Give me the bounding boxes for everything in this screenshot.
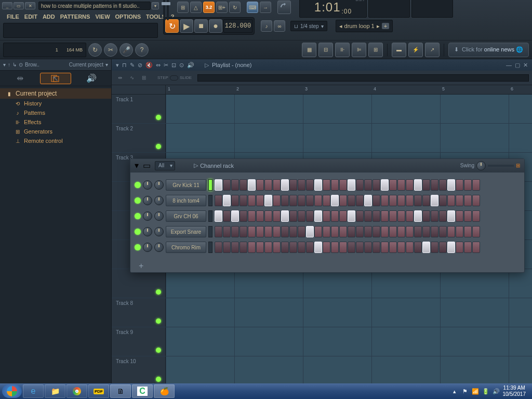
step-button[interactable] <box>348 242 355 253</box>
step-button[interactable] <box>406 179 414 191</box>
step-button[interactable] <box>447 226 455 237</box>
browser-tab-collapse[interactable]: ⇹ <box>4 73 35 84</box>
step-button[interactable] <box>364 226 372 237</box>
step-button[interactable] <box>281 179 289 191</box>
step-edit-button[interactable]: → <box>260 2 271 13</box>
step-button[interactable] <box>306 226 314 237</box>
step-button[interactable] <box>298 226 305 237</box>
step-button[interactable] <box>248 210 256 222</box>
channel-pan-knob[interactable] <box>143 196 152 205</box>
channel-name-button[interactable]: Chromo Rim <box>166 242 206 253</box>
menu-file[interactable]: FILE <box>4 12 22 21</box>
step-button[interactable] <box>256 210 264 222</box>
step-button[interactable] <box>314 179 322 191</box>
menu-options[interactable]: OPTIONS <box>113 12 144 21</box>
channel-select[interactable] <box>208 179 212 191</box>
view-channelrack-button[interactable]: ⊪ <box>335 43 350 57</box>
step-button[interactable] <box>240 242 247 253</box>
step-button[interactable] <box>331 226 339 237</box>
project-title[interactable]: how to create multiple patterns in fl st… <box>38 2 151 10</box>
mic-button[interactable]: 🎤 <box>119 43 133 57</box>
step-button[interactable] <box>464 226 472 237</box>
step-button[interactable] <box>414 210 422 222</box>
maximize-icon[interactable]: ▢ <box>515 62 520 69</box>
play-button[interactable]: ▶ <box>180 19 193 33</box>
overdub-button[interactable]: ⊞+ <box>216 2 228 13</box>
step-button[interactable] <box>422 242 430 253</box>
channel-filter[interactable]: All ▾ <box>155 161 175 170</box>
channel-vol-knob[interactable] <box>154 180 164 190</box>
close-button[interactable]: ✕ <box>25 2 35 9</box>
step-button[interactable] <box>314 195 322 206</box>
tempo-tap-button[interactable]: ↗ <box>425 43 440 57</box>
tree-remote[interactable]: ⊥Remote control <box>0 136 111 145</box>
close-icon[interactable]: ✕ <box>523 62 528 69</box>
step-button[interactable] <box>472 195 480 206</box>
step-button[interactable] <box>240 226 247 237</box>
step-button[interactable] <box>464 195 472 206</box>
typing-keyboard-button[interactable]: ⌨ <box>247 2 258 13</box>
channel-pan-knob[interactable] <box>143 227 152 236</box>
minimize-icon[interactable]: — <box>506 62 512 68</box>
step-button[interactable] <box>248 242 256 253</box>
playback-icon[interactable]: 🔊 <box>187 62 194 69</box>
track-label[interactable]: Track 1 <box>112 95 166 123</box>
step-button[interactable] <box>381 195 389 206</box>
step-button[interactable] <box>339 179 347 191</box>
play-icon[interactable]: ▷ <box>194 162 198 169</box>
step-button[interactable] <box>323 242 330 253</box>
track-mute-led[interactable] <box>156 144 161 149</box>
loop-rec-button[interactable]: ↻ <box>229 2 241 13</box>
ruler[interactable]: 123456 <box>112 85 532 95</box>
step-button[interactable] <box>323 195 330 206</box>
track-label[interactable]: Track 2 <box>112 124 166 152</box>
channel-name-button[interactable]: 8 inch tom4 <box>166 195 206 206</box>
step-button[interactable] <box>256 242 264 253</box>
step-button[interactable] <box>397 179 405 191</box>
track-row[interactable]: Track 10 <box>112 356 532 383</box>
folder-icon[interactable]: ▭ <box>143 161 151 170</box>
step-button[interactable] <box>231 242 239 253</box>
step-button[interactable] <box>339 210 347 222</box>
step-button[interactable] <box>456 179 463 191</box>
channel-name-button[interactable]: Export Snare <box>166 226 206 237</box>
swing-slider[interactable] <box>488 165 514 167</box>
step-button[interactable] <box>348 179 355 191</box>
channel-mute-led[interactable] <box>135 182 141 188</box>
step-button[interactable] <box>456 242 463 253</box>
step-button[interactable] <box>264 179 272 191</box>
step-button[interactable] <box>464 242 472 253</box>
step-button[interactable] <box>431 242 438 253</box>
step-button[interactable] <box>406 195 414 206</box>
tray-battery-icon[interactable]: 🔋 <box>482 388 489 395</box>
channel-pan-knob[interactable] <box>143 243 152 252</box>
step-button[interactable] <box>373 179 380 191</box>
step-button[interactable] <box>256 226 264 237</box>
step-button[interactable] <box>364 179 372 191</box>
view-pianoroll-button[interactable]: ⊟ <box>318 43 333 57</box>
step-slide-toggle[interactable] <box>170 75 178 81</box>
channel-select[interactable] <box>208 210 212 222</box>
step-button[interactable] <box>306 195 314 206</box>
step-button[interactable] <box>273 210 281 222</box>
step-button[interactable] <box>264 195 272 206</box>
step-button[interactable] <box>414 179 422 191</box>
step-button[interactable] <box>223 179 231 191</box>
task-ie[interactable]: e <box>23 384 44 398</box>
step-button[interactable] <box>281 242 289 253</box>
step-button[interactable] <box>422 210 430 222</box>
track-row[interactable]: Track 1 <box>112 95 532 124</box>
swing-knob[interactable] <box>476 161 486 170</box>
countdown-button[interactable]: 3.2 <box>203 2 215 13</box>
step-button[interactable] <box>273 179 281 191</box>
step-button[interactable] <box>256 179 264 191</box>
step-button[interactable] <box>273 195 281 206</box>
step-button[interactable] <box>389 179 397 191</box>
track-row[interactable]: Track 8 <box>112 298 532 327</box>
add-channel-button[interactable]: + <box>135 261 148 271</box>
info-button[interactable]: ? <box>135 43 149 57</box>
maximize-button[interactable]: ▭ <box>14 2 24 9</box>
step-button[interactable] <box>381 179 389 191</box>
step-button[interactable] <box>215 179 222 191</box>
view-browser-button[interactable]: ⊞ <box>368 43 383 57</box>
